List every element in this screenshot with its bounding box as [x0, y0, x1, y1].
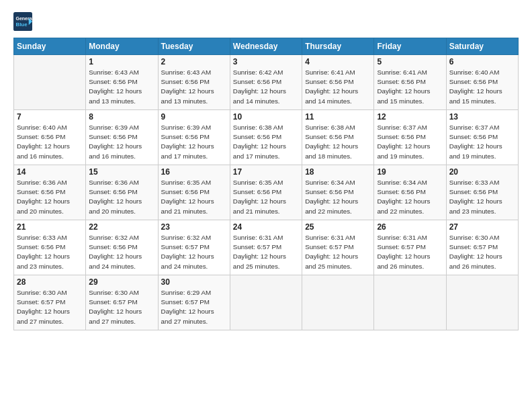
- calendar-cell: 4Sunrise: 6:41 AMSunset: 6:56 PMDaylight…: [302, 55, 374, 110]
- day-number: 30: [161, 277, 227, 287]
- day-detail: Sunrise: 6:39 AMSunset: 6:56 PMDaylight:…: [89, 123, 154, 161]
- calendar-cell: [14, 55, 86, 110]
- day-detail: Sunrise: 6:37 AMSunset: 6:56 PMDaylight:…: [449, 123, 515, 161]
- calendar-cell: [374, 275, 446, 330]
- day-detail: Sunrise: 6:42 AMSunset: 6:56 PMDaylight:…: [233, 68, 299, 106]
- day-detail: Sunrise: 6:31 AMSunset: 6:57 PMDaylight:…: [233, 233, 299, 271]
- day-number: 29: [89, 277, 154, 287]
- day-number: 3: [233, 57, 299, 66]
- calendar-cell: [446, 275, 518, 330]
- day-detail: Sunrise: 6:35 AMSunset: 6:56 PMDaylight:…: [233, 178, 299, 216]
- day-detail: Sunrise: 6:30 AMSunset: 6:57 PMDaylight:…: [89, 288, 154, 326]
- calendar-cell: 8Sunrise: 6:39 AMSunset: 6:56 PMDaylight…: [86, 110, 158, 165]
- calendar-cell: 10Sunrise: 6:38 AMSunset: 6:56 PMDayligh…: [230, 110, 302, 165]
- day-number: 16: [161, 167, 227, 177]
- day-detail: Sunrise: 6:32 AMSunset: 6:57 PMDaylight:…: [161, 233, 227, 271]
- day-detail: Sunrise: 6:36 AMSunset: 6:56 PMDaylight:…: [89, 178, 154, 216]
- day-number: 9: [161, 112, 227, 122]
- day-number: 19: [377, 167, 443, 177]
- day-number: 2: [161, 57, 227, 66]
- day-detail: Sunrise: 6:43 AMSunset: 6:56 PMDaylight:…: [89, 68, 154, 106]
- calendar-page: General Blue SundayMondayTuesdayWednesda…: [0, 0, 532, 411]
- calendar-table: SundayMondayTuesdayWednesdayThursdayFrid…: [13, 38, 519, 330]
- calendar-cell: [230, 275, 302, 330]
- day-number: 17: [233, 167, 299, 177]
- day-detail: Sunrise: 6:34 AMSunset: 6:56 PMDaylight:…: [377, 178, 443, 216]
- day-number: 8: [89, 112, 154, 122]
- calendar-cell: 6Sunrise: 6:40 AMSunset: 6:56 PMDaylight…: [446, 55, 518, 110]
- day-detail: Sunrise: 6:33 AMSunset: 6:56 PMDaylight:…: [17, 233, 83, 271]
- calendar-cell: 19Sunrise: 6:34 AMSunset: 6:56 PMDayligh…: [374, 165, 446, 220]
- calendar-cell: 28Sunrise: 6:30 AMSunset: 6:57 PMDayligh…: [14, 275, 86, 330]
- calendar-cell: 17Sunrise: 6:35 AMSunset: 6:56 PMDayligh…: [230, 165, 302, 220]
- day-detail: Sunrise: 6:32 AMSunset: 6:56 PMDaylight:…: [89, 233, 154, 271]
- week-row-2: 7Sunrise: 6:40 AMSunset: 6:56 PMDaylight…: [14, 110, 519, 165]
- calendar-cell: 5Sunrise: 6:41 AMSunset: 6:56 PMDaylight…: [374, 55, 446, 110]
- day-detail: Sunrise: 6:38 AMSunset: 6:56 PMDaylight:…: [305, 123, 371, 161]
- weekday-header-sunday: Sunday: [14, 38, 86, 55]
- calendar-cell: 12Sunrise: 6:37 AMSunset: 6:56 PMDayligh…: [374, 110, 446, 165]
- day-detail: Sunrise: 6:41 AMSunset: 6:56 PMDaylight:…: [305, 68, 371, 106]
- day-number: 6: [449, 57, 515, 66]
- calendar-cell: 1Sunrise: 6:43 AMSunset: 6:56 PMDaylight…: [86, 55, 158, 110]
- day-number: 4: [305, 57, 371, 66]
- weekday-header-thursday: Thursday: [302, 38, 374, 55]
- weekday-header-monday: Monday: [86, 38, 158, 55]
- calendar-cell: 26Sunrise: 6:31 AMSunset: 6:57 PMDayligh…: [374, 220, 446, 275]
- calendar-cell: 21Sunrise: 6:33 AMSunset: 6:56 PMDayligh…: [14, 220, 86, 275]
- calendar-cell: 30Sunrise: 6:29 AMSunset: 6:57 PMDayligh…: [158, 275, 230, 330]
- calendar-cell: 2Sunrise: 6:43 AMSunset: 6:56 PMDaylight…: [158, 55, 230, 110]
- calendar-cell: 29Sunrise: 6:30 AMSunset: 6:57 PMDayligh…: [86, 275, 158, 330]
- weekday-header-saturday: Saturday: [446, 38, 518, 55]
- day-number: 27: [449, 222, 515, 232]
- svg-text:Blue: Blue: [16, 21, 28, 28]
- day-detail: Sunrise: 6:31 AMSunset: 6:57 PMDaylight:…: [377, 233, 443, 271]
- day-number: 20: [449, 167, 515, 177]
- day-detail: Sunrise: 6:30 AMSunset: 6:57 PMDaylight:…: [449, 233, 515, 271]
- calendar-cell: 18Sunrise: 6:34 AMSunset: 6:56 PMDayligh…: [302, 165, 374, 220]
- calendar-cell: 22Sunrise: 6:32 AMSunset: 6:56 PMDayligh…: [86, 220, 158, 275]
- weekday-header-friday: Friday: [374, 38, 446, 55]
- day-number: 18: [305, 167, 371, 177]
- day-detail: Sunrise: 6:40 AMSunset: 6:56 PMDaylight:…: [17, 123, 83, 161]
- logo-icon: General Blue: [13, 12, 32, 31]
- day-detail: Sunrise: 6:33 AMSunset: 6:56 PMDaylight:…: [449, 178, 515, 216]
- day-detail: Sunrise: 6:35 AMSunset: 6:56 PMDaylight:…: [161, 178, 227, 216]
- calendar-body: 1Sunrise: 6:43 AMSunset: 6:56 PMDaylight…: [14, 55, 519, 330]
- day-detail: Sunrise: 6:38 AMSunset: 6:56 PMDaylight:…: [233, 123, 299, 161]
- day-detail: Sunrise: 6:34 AMSunset: 6:56 PMDaylight:…: [305, 178, 371, 216]
- week-row-1: 1Sunrise: 6:43 AMSunset: 6:56 PMDaylight…: [14, 55, 519, 110]
- calendar-cell: 24Sunrise: 6:31 AMSunset: 6:57 PMDayligh…: [230, 220, 302, 275]
- day-detail: Sunrise: 6:31 AMSunset: 6:57 PMDaylight:…: [305, 233, 371, 271]
- calendar-cell: 9Sunrise: 6:39 AMSunset: 6:56 PMDaylight…: [158, 110, 230, 165]
- day-number: 23: [161, 222, 227, 232]
- week-row-5: 28Sunrise: 6:30 AMSunset: 6:57 PMDayligh…: [14, 275, 519, 330]
- day-detail: Sunrise: 6:36 AMSunset: 6:56 PMDaylight:…: [17, 178, 83, 216]
- week-row-4: 21Sunrise: 6:33 AMSunset: 6:56 PMDayligh…: [14, 220, 519, 275]
- calendar-cell: 3Sunrise: 6:42 AMSunset: 6:56 PMDaylight…: [230, 55, 302, 110]
- calendar-cell: 13Sunrise: 6:37 AMSunset: 6:56 PMDayligh…: [446, 110, 518, 165]
- day-number: 5: [377, 57, 443, 66]
- day-number: 1: [89, 57, 154, 66]
- day-number: 24: [233, 222, 299, 232]
- logo: General Blue: [13, 12, 35, 31]
- day-number: 28: [17, 277, 83, 287]
- day-number: 14: [17, 167, 83, 177]
- weekday-header-wednesday: Wednesday: [230, 38, 302, 55]
- day-number: 10: [233, 112, 299, 122]
- calendar-cell: 16Sunrise: 6:35 AMSunset: 6:56 PMDayligh…: [158, 165, 230, 220]
- calendar-cell: 23Sunrise: 6:32 AMSunset: 6:57 PMDayligh…: [158, 220, 230, 275]
- day-number: 13: [449, 112, 515, 122]
- calendar-cell: 25Sunrise: 6:31 AMSunset: 6:57 PMDayligh…: [302, 220, 374, 275]
- calendar-cell: 11Sunrise: 6:38 AMSunset: 6:56 PMDayligh…: [302, 110, 374, 165]
- calendar-cell: 20Sunrise: 6:33 AMSunset: 6:56 PMDayligh…: [446, 165, 518, 220]
- day-number: 7: [17, 112, 83, 122]
- day-number: 21: [17, 222, 83, 232]
- day-detail: Sunrise: 6:29 AMSunset: 6:57 PMDaylight:…: [161, 288, 227, 326]
- calendar-cell: [302, 275, 374, 330]
- day-detail: Sunrise: 6:30 AMSunset: 6:57 PMDaylight:…: [17, 288, 83, 326]
- day-detail: Sunrise: 6:39 AMSunset: 6:56 PMDaylight:…: [161, 123, 227, 161]
- week-row-3: 14Sunrise: 6:36 AMSunset: 6:56 PMDayligh…: [14, 165, 519, 220]
- calendar-cell: 15Sunrise: 6:36 AMSunset: 6:56 PMDayligh…: [86, 165, 158, 220]
- day-number: 15: [89, 167, 154, 177]
